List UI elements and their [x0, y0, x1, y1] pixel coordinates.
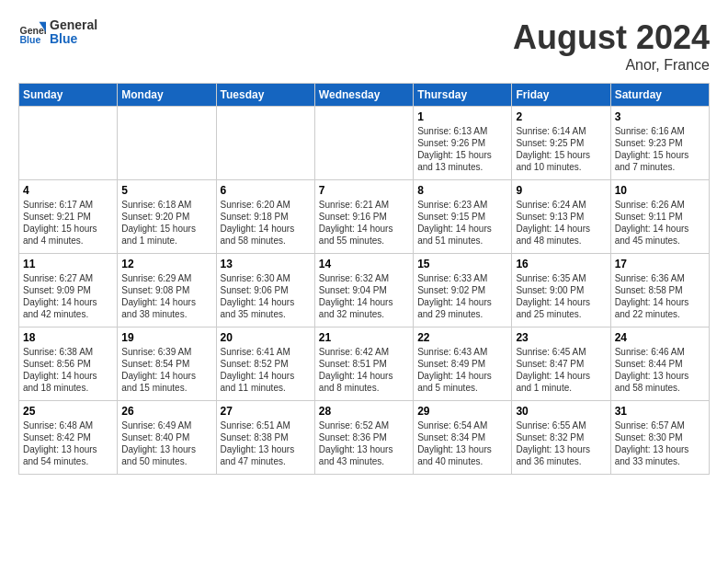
logo: General Blue General Blue — [18, 18, 97, 47]
day-info: Sunrise: 6:23 AM Sunset: 9:15 PM Dayligh… — [417, 199, 507, 247]
day-number: 6 — [221, 184, 311, 197]
day-info: Sunrise: 6:39 AM Sunset: 8:54 PM Dayligh… — [121, 346, 211, 394]
calendar-cell: 21Sunrise: 6:42 AM Sunset: 8:51 PM Dayli… — [314, 327, 413, 401]
day-info: Sunrise: 6:38 AM Sunset: 8:56 PM Dayligh… — [23, 346, 113, 394]
calendar-cell: 18Sunrise: 6:38 AM Sunset: 8:56 PM Dayli… — [19, 327, 118, 401]
day-info: Sunrise: 6:45 AM Sunset: 8:47 PM Dayligh… — [516, 346, 606, 394]
calendar-cell: 28Sunrise: 6:52 AM Sunset: 8:36 PM Dayli… — [314, 401, 413, 475]
day-number: 7 — [319, 184, 409, 197]
calendar-cell: 23Sunrise: 6:45 AM Sunset: 8:47 PM Dayli… — [512, 327, 610, 401]
day-info: Sunrise: 6:13 AM Sunset: 9:26 PM Dayligh… — [417, 125, 507, 173]
day-info: Sunrise: 6:14 AM Sunset: 9:25 PM Dayligh… — [516, 125, 606, 173]
day-number: 25 — [23, 405, 113, 418]
day-number: 26 — [121, 405, 211, 418]
calendar-cell: 15Sunrise: 6:33 AM Sunset: 9:02 PM Dayli… — [414, 254, 512, 327]
day-info: Sunrise: 6:33 AM Sunset: 9:02 PM Dayligh… — [417, 272, 507, 320]
day-number: 16 — [516, 258, 606, 270]
calendar-cell: 8Sunrise: 6:23 AM Sunset: 9:15 PM Daylig… — [414, 180, 512, 254]
day-info: Sunrise: 6:55 AM Sunset: 8:32 PM Dayligh… — [516, 419, 606, 467]
day-number: 20 — [221, 331, 311, 344]
day-info: Sunrise: 6:32 AM Sunset: 9:04 PM Dayligh… — [319, 272, 409, 320]
day-number: 5 — [121, 184, 211, 197]
location: Anor, France — [513, 57, 710, 74]
day-number: 9 — [516, 184, 606, 197]
calendar-cell: 11Sunrise: 6:27 AM Sunset: 9:09 PM Dayli… — [19, 254, 118, 327]
weekday-header-tuesday: Tuesday — [216, 84, 314, 107]
day-info: Sunrise: 6:18 AM Sunset: 9:20 PM Dayligh… — [121, 199, 211, 247]
day-number: 30 — [516, 405, 606, 418]
day-number: 15 — [417, 258, 507, 270]
calendar-cell: 10Sunrise: 6:26 AM Sunset: 9:11 PM Dayli… — [610, 180, 709, 254]
day-number: 21 — [319, 331, 409, 344]
calendar-cell: 14Sunrise: 6:32 AM Sunset: 9:04 PM Dayli… — [314, 254, 413, 327]
calendar-cell: 2Sunrise: 6:14 AM Sunset: 9:25 PM Daylig… — [512, 107, 610, 180]
day-number: 12 — [121, 258, 211, 270]
week-row-1: 1Sunrise: 6:13 AM Sunset: 9:26 PM Daylig… — [19, 107, 710, 180]
day-number: 27 — [221, 405, 311, 418]
page-header: General Blue General Blue August 2024 An… — [18, 18, 710, 74]
week-row-2: 4Sunrise: 6:17 AM Sunset: 9:21 PM Daylig… — [19, 180, 710, 254]
calendar-cell: 19Sunrise: 6:39 AM Sunset: 8:54 PM Dayli… — [118, 327, 216, 401]
day-number: 17 — [615, 258, 705, 270]
calendar-cell: 25Sunrise: 6:48 AM Sunset: 8:42 PM Dayli… — [19, 401, 118, 475]
weekday-header-wednesday: Wednesday — [314, 84, 413, 107]
calendar-cell — [19, 107, 118, 180]
calendar-cell: 7Sunrise: 6:21 AM Sunset: 9:16 PM Daylig… — [314, 180, 413, 254]
calendar-cell: 6Sunrise: 6:20 AM Sunset: 9:18 PM Daylig… — [216, 180, 314, 254]
day-number: 14 — [319, 258, 409, 270]
calendar-cell: 20Sunrise: 6:41 AM Sunset: 8:52 PM Dayli… — [216, 327, 314, 401]
day-info: Sunrise: 6:29 AM Sunset: 9:08 PM Dayligh… — [121, 272, 211, 320]
day-info: Sunrise: 6:48 AM Sunset: 8:42 PM Dayligh… — [23, 419, 113, 467]
day-number: 18 — [23, 331, 113, 344]
calendar-cell: 1Sunrise: 6:13 AM Sunset: 9:26 PM Daylig… — [414, 107, 512, 180]
calendar-cell: 16Sunrise: 6:35 AM Sunset: 9:00 PM Dayli… — [512, 254, 610, 327]
day-info: Sunrise: 6:57 AM Sunset: 8:30 PM Dayligh… — [615, 419, 705, 467]
day-info: Sunrise: 6:43 AM Sunset: 8:49 PM Dayligh… — [417, 346, 507, 394]
day-info: Sunrise: 6:26 AM Sunset: 9:11 PM Dayligh… — [615, 199, 705, 247]
week-row-4: 18Sunrise: 6:38 AM Sunset: 8:56 PM Dayli… — [19, 327, 710, 401]
svg-text:Blue: Blue — [20, 34, 41, 45]
day-info: Sunrise: 6:41 AM Sunset: 8:52 PM Dayligh… — [221, 346, 311, 394]
calendar-cell: 24Sunrise: 6:46 AM Sunset: 8:44 PM Dayli… — [610, 327, 709, 401]
week-row-5: 25Sunrise: 6:48 AM Sunset: 8:42 PM Dayli… — [19, 401, 710, 475]
day-number: 3 — [615, 110, 705, 123]
weekday-header-sunday: Sunday — [19, 84, 118, 107]
calendar-cell: 13Sunrise: 6:30 AM Sunset: 9:06 PM Dayli… — [216, 254, 314, 327]
day-info: Sunrise: 6:52 AM Sunset: 8:36 PM Dayligh… — [319, 419, 409, 467]
calendar-cell — [216, 107, 314, 180]
calendar-cell: 4Sunrise: 6:17 AM Sunset: 9:21 PM Daylig… — [19, 180, 118, 254]
weekday-header-thursday: Thursday — [414, 84, 512, 107]
day-number: 2 — [516, 110, 606, 123]
day-info: Sunrise: 6:30 AM Sunset: 9:06 PM Dayligh… — [221, 272, 311, 320]
week-row-3: 11Sunrise: 6:27 AM Sunset: 9:09 PM Dayli… — [19, 254, 710, 327]
calendar-cell — [118, 107, 216, 180]
day-info: Sunrise: 6:51 AM Sunset: 8:38 PM Dayligh… — [221, 419, 311, 467]
day-info: Sunrise: 6:42 AM Sunset: 8:51 PM Dayligh… — [319, 346, 409, 394]
day-number: 4 — [23, 184, 113, 197]
calendar-cell: 9Sunrise: 6:24 AM Sunset: 9:13 PM Daylig… — [512, 180, 610, 254]
calendar-cell: 30Sunrise: 6:55 AM Sunset: 8:32 PM Dayli… — [512, 401, 610, 475]
day-number: 29 — [417, 405, 507, 418]
day-info: Sunrise: 6:46 AM Sunset: 8:44 PM Dayligh… — [615, 346, 705, 394]
day-number: 13 — [221, 258, 311, 270]
title-block: August 2024 Anor, France — [513, 18, 710, 74]
day-number: 24 — [615, 331, 705, 344]
day-info: Sunrise: 6:21 AM Sunset: 9:16 PM Dayligh… — [319, 199, 409, 247]
logo-icon: General Blue — [18, 18, 46, 46]
weekday-header-row: SundayMondayTuesdayWednesdayThursdayFrid… — [19, 84, 710, 107]
day-info: Sunrise: 6:36 AM Sunset: 8:58 PM Dayligh… — [615, 272, 705, 320]
calendar-cell: 17Sunrise: 6:36 AM Sunset: 8:58 PM Dayli… — [610, 254, 709, 327]
calendar-cell — [314, 107, 413, 180]
day-number: 11 — [23, 258, 113, 270]
day-number: 28 — [319, 405, 409, 418]
day-number: 10 — [615, 184, 705, 197]
weekday-header-monday: Monday — [118, 84, 216, 107]
calendar-cell: 5Sunrise: 6:18 AM Sunset: 9:20 PM Daylig… — [118, 180, 216, 254]
calendar-cell: 22Sunrise: 6:43 AM Sunset: 8:49 PM Dayli… — [414, 327, 512, 401]
day-info: Sunrise: 6:20 AM Sunset: 9:18 PM Dayligh… — [221, 199, 311, 247]
day-info: Sunrise: 6:27 AM Sunset: 9:09 PM Dayligh… — [23, 272, 113, 320]
calendar-cell: 31Sunrise: 6:57 AM Sunset: 8:30 PM Dayli… — [610, 401, 709, 475]
calendar-cell: 26Sunrise: 6:49 AM Sunset: 8:40 PM Dayli… — [118, 401, 216, 475]
logo-general-text: General — [50, 18, 97, 32]
day-number: 19 — [121, 331, 211, 344]
